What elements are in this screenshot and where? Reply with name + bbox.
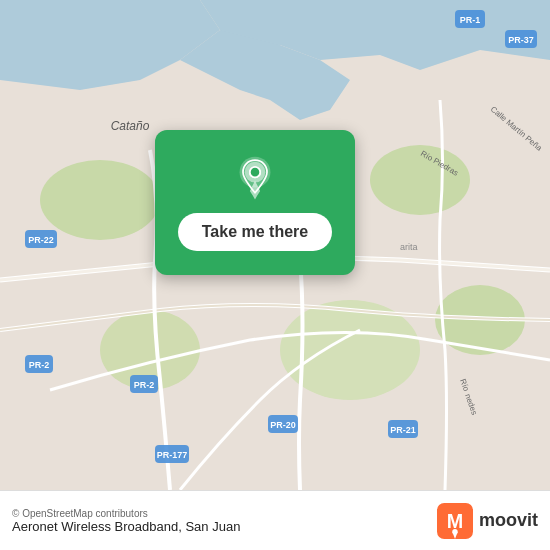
svg-text:Cataño: Cataño <box>111 119 150 133</box>
destination-card: Take me there <box>155 130 355 275</box>
svg-text:PR-20: PR-20 <box>270 420 296 430</box>
svg-text:PR-22: PR-22 <box>28 235 54 245</box>
location-name: Aeronet Wireless Broadband, San Juan <box>12 519 240 534</box>
copyright-text: © OpenStreetMap contributors <box>12 508 240 519</box>
moovit-logo: M moovit <box>437 503 538 539</box>
svg-text:arita: arita <box>400 242 418 252</box>
location-pin-icon <box>231 155 279 203</box>
moovit-brand-text: moovit <box>479 510 538 531</box>
map-container: PR-1 PR-37 PR-22 PR-2 PR-2 PR-20 PR-21 P… <box>0 0 550 490</box>
svg-point-32 <box>250 167 260 177</box>
svg-text:PR-2: PR-2 <box>134 380 155 390</box>
svg-text:PR-2: PR-2 <box>29 360 50 370</box>
bottom-bar: © OpenStreetMap contributors Aeronet Wir… <box>0 490 550 550</box>
svg-point-1 <box>40 160 160 240</box>
svg-text:PR-177: PR-177 <box>157 450 188 460</box>
svg-text:M: M <box>447 510 463 532</box>
location-info: © OpenStreetMap contributors Aeronet Wir… <box>12 508 240 534</box>
take-me-there-button[interactable]: Take me there <box>178 213 332 251</box>
svg-text:PR-21: PR-21 <box>390 425 416 435</box>
svg-text:PR-37: PR-37 <box>508 35 534 45</box>
svg-text:PR-1: PR-1 <box>460 15 481 25</box>
moovit-logo-icon: M <box>437 503 473 539</box>
